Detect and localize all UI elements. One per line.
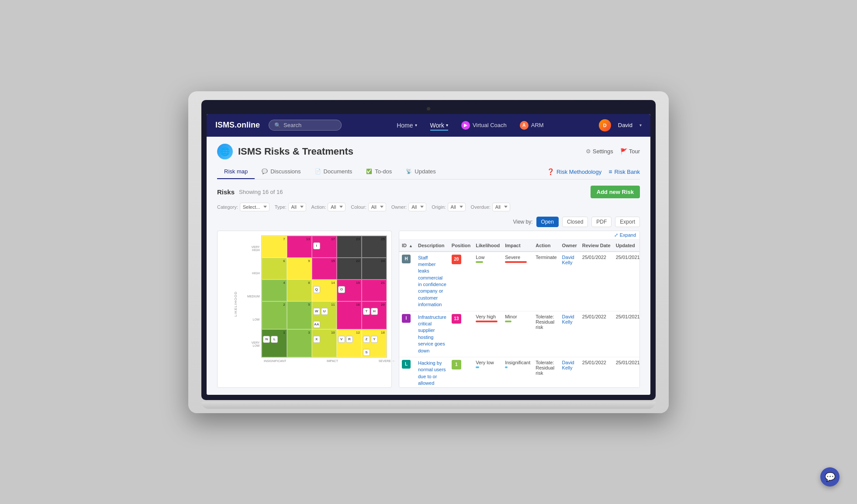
type-filter: Type: All	[275, 203, 306, 211]
action-select[interactable]: All	[328, 203, 346, 211]
laptop-camera	[427, 107, 430, 110]
risk-methodology-button[interactable]: ❓ Risk Methodology	[547, 168, 601, 175]
cell-number-3-1: 5	[308, 303, 310, 307]
table-row: IInfrastructure critical supplier hostin…	[399, 311, 640, 357]
risk-cell-4-1: 3	[287, 329, 312, 357]
tab-discussions[interactable]: 💬 Discussions	[255, 165, 308, 179]
add-risk-button[interactable]: Add new Risk	[591, 186, 640, 198]
type-select[interactable]: All	[288, 203, 306, 211]
likelihood-bar-1	[476, 321, 498, 322]
risk-badge-T[interactable]: T	[363, 308, 370, 315]
cell-number-4-2: 10	[331, 331, 335, 335]
likelihood-bar-0	[476, 261, 483, 263]
risk-cell-3-1: 5	[287, 301, 312, 329]
risk-badge-U[interactable]: U	[321, 308, 328, 315]
work-caret-icon: ▾	[446, 123, 448, 128]
table-row: LHacking by normal users due to or allow…	[399, 357, 640, 387]
risk-badge-R[interactable]: R	[346, 336, 353, 343]
page-header: 🌐 ISMS Risks & Treatments ⚙ Settings 🚩 T…	[217, 144, 640, 159]
risk-badge-Q[interactable]: Q	[313, 286, 320, 293]
risk-cell-3-4: 20TH	[362, 301, 387, 329]
x-label-insignificant: INSIGNIFICANT	[264, 359, 286, 362]
risk-badge-S[interactable]: S	[363, 349, 370, 356]
chat-bubble-button[interactable]: 💬	[820, 467, 840, 487]
risk-badge-Z[interactable]: Z	[363, 336, 370, 343]
closed-view-button[interactable]: Closed	[562, 217, 588, 227]
risk-badge-AA[interactable]: AA	[313, 321, 320, 328]
search-input[interactable]	[283, 122, 336, 128]
risk-bank-button[interactable]: ≡ Risk Bank	[608, 168, 640, 175]
cell-number-0-4: 25	[381, 237, 385, 241]
cell-number-2-3: 19	[356, 281, 360, 285]
updated-date-0: 25/01/2021 17:50	[613, 252, 640, 311]
owner-link-0[interactable]: David Kelly	[562, 255, 574, 265]
col-action: Action	[533, 240, 559, 252]
col-owner: Owner	[560, 240, 580, 252]
cell-number-1-0: 6	[283, 259, 285, 263]
owner-link-1[interactable]: David Kelly	[562, 314, 574, 324]
search-bar[interactable]: 🔍	[269, 120, 342, 131]
expand-row[interactable]: ⤢ Expand	[399, 231, 639, 240]
risk-cell-1-3: 22	[337, 258, 362, 280]
risk-cell-2-1: 8	[287, 280, 312, 301]
risk-badge-H[interactable]: H	[371, 308, 378, 315]
user-caret-icon: ▾	[639, 123, 642, 128]
risk-score-2: 1	[452, 360, 461, 369]
risk-badge-V[interactable]: V	[338, 336, 345, 343]
export-button[interactable]: Export	[615, 217, 640, 227]
risk-cell-4-4: 18ZYS	[362, 329, 387, 357]
pdf-button[interactable]: PDF	[591, 217, 612, 227]
tab-documents[interactable]: 📄 Documents	[308, 165, 359, 179]
overdue-select[interactable]: All	[492, 203, 510, 211]
action-cell-1: Tolerate: Residual risk	[533, 311, 559, 357]
nav-work[interactable]: Work ▾	[430, 120, 448, 131]
origin-select[interactable]: All	[448, 203, 466, 211]
laptop-base	[201, 402, 656, 409]
overdue-label: Overdue:	[471, 204, 491, 210]
likelihood-bar-2	[476, 366, 479, 368]
risk-badge-I[interactable]: I	[313, 242, 320, 249]
open-view-button[interactable]: Open	[536, 217, 559, 227]
type-label: Type:	[275, 204, 287, 210]
owner-select[interactable]: All	[408, 203, 426, 211]
globe-icon: 🌐	[217, 144, 233, 159]
y-label-very-high: VERY HIGH	[245, 245, 259, 252]
col-position: Position	[449, 240, 473, 252]
view-by-label: View by:	[513, 219, 532, 225]
tab-updates[interactable]: 📡 Updates	[399, 165, 442, 179]
risk-badge-Y[interactable]: Y	[371, 336, 378, 343]
tab-todos[interactable]: ✅ To-dos	[359, 165, 399, 179]
tab-risk-map[interactable]: Risk map	[217, 165, 255, 179]
risk-description-2[interactable]: Hacking by normal users due to or allowe…	[418, 360, 446, 388]
risk-cell-1-1: 9	[287, 258, 312, 280]
risk-badge-X[interactable]: X	[313, 336, 320, 343]
nav-home[interactable]: Home ▾	[397, 120, 417, 131]
risk-description-0[interactable]: Staff member leaks commercial in confide…	[418, 255, 446, 307]
action-cell-0: Terminate	[533, 252, 559, 311]
y-label-high: HIGH	[245, 272, 259, 275]
cell-number-0-3: 23	[356, 237, 360, 241]
risk-cell-1-0: 6	[262, 258, 287, 280]
nav-virtual-coach[interactable]: ▶ Virtual Coach	[461, 121, 507, 130]
owner-link-2[interactable]: David Kelly	[562, 360, 574, 370]
origin-label: Origin:	[432, 204, 446, 210]
colour-select[interactable]: All	[368, 203, 386, 211]
user-avatar[interactable]: D	[599, 119, 611, 131]
risk-badge-O[interactable]: O	[338, 286, 345, 293]
id-sort-icon[interactable]: ▲	[409, 244, 413, 248]
impact-bar-1	[505, 321, 511, 322]
category-select[interactable]: Select...	[240, 203, 270, 211]
cell-number-1-2: 15	[331, 259, 335, 263]
risk-badge-W[interactable]: W	[313, 308, 320, 315]
y-label-low: LOW	[245, 318, 259, 321]
risk-score-1: 13	[452, 314, 461, 324]
risk-cell-4-3: 12VR	[337, 329, 362, 357]
nav-arm[interactable]: A ARM	[520, 121, 544, 130]
risk-cell-2-2: 14Q	[312, 280, 337, 301]
settings-button[interactable]: ⚙ Settings	[586, 148, 613, 155]
owner-filter: Owner: All	[391, 203, 426, 211]
tour-button[interactable]: 🚩 Tour	[620, 148, 640, 155]
risk-badge-L[interactable]: L	[271, 336, 278, 343]
risk-badge-N[interactable]: N	[263, 336, 270, 343]
risk-description-1[interactable]: Infrastructure critical supplier hosting…	[418, 314, 446, 353]
